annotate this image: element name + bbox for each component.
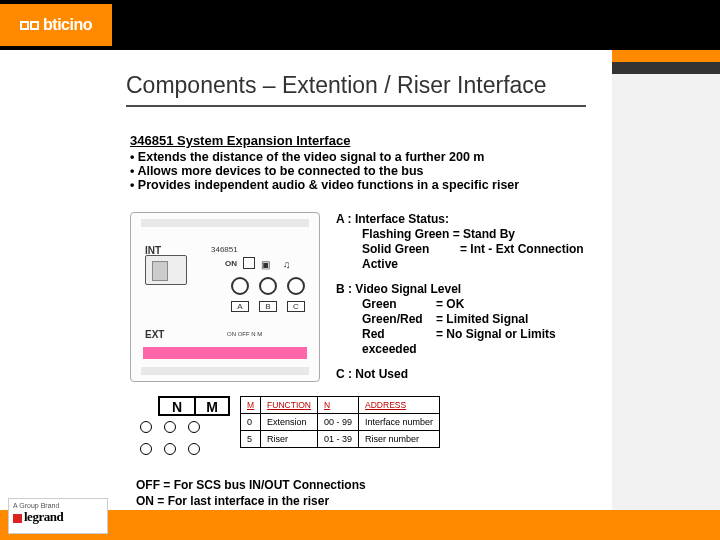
feature-item: Provides independent audio & video funct… — [130, 178, 612, 192]
side-accent-orange — [612, 50, 720, 62]
music-icon: ♫ — [283, 259, 291, 270]
legend-c-prefix: C : — [336, 367, 352, 381]
footer-legrand-text: legrand — [24, 509, 63, 524]
legend-b-l1b: = OK — [436, 297, 464, 311]
led-a-icon — [231, 277, 249, 295]
legend-b-title: Video Signal Level — [355, 282, 461, 296]
footer-brand-box: A Group Brand legrand — [8, 498, 108, 534]
brand-text: bticino — [43, 16, 92, 34]
led-c-icon — [287, 277, 305, 295]
led-a-label: A — [231, 301, 249, 312]
page-title: Components – Extention / Riser Interface — [126, 72, 612, 99]
ext-dip-labels: ON OFF N M — [227, 331, 262, 337]
feature-item: Allows more devices to be connected to t… — [130, 164, 612, 178]
table-header-address: ADDRESS — [359, 397, 440, 414]
brand-badge: bticino — [0, 4, 112, 46]
on-switch-icon — [243, 257, 255, 269]
side-panel — [612, 50, 720, 510]
legend-b-l3a: Red — [362, 327, 436, 342]
table-row: 0 Extension 00 - 99 Interface number — [241, 414, 440, 431]
legend-a-prefix: A : — [336, 212, 352, 226]
port-ext-label: EXT — [145, 329, 164, 340]
table-row: 5 Riser 01 - 39 Riser number — [241, 431, 440, 448]
legend-a-line2a: Solid Green — [362, 242, 460, 257]
header-bar: bticino — [0, 0, 720, 50]
side-accent-dark — [612, 62, 720, 74]
led-c-label: C — [287, 301, 305, 312]
device-model: 346851 — [211, 245, 238, 254]
footnote: OFF = For SCS bus IN/OUT Connections ON … — [136, 478, 612, 509]
footer-bar — [0, 510, 720, 540]
product-heading: 346851 System Expansion Interface — [130, 133, 612, 148]
led-b-label: B — [259, 301, 277, 312]
legend-a-title: Interface Status: — [355, 212, 449, 226]
content-area: Components – Extention / Riser Interface… — [0, 50, 612, 510]
nm-m-header: M — [194, 396, 230, 416]
nm-n-header: N — [158, 396, 194, 416]
nm-configurator-diagram: N M — [134, 396, 230, 460]
on-switch-label: ON — [225, 259, 237, 268]
feature-item: Extends the distance of the video signal… — [130, 150, 612, 164]
footnote-on: ON = For last interface in the riser — [136, 494, 612, 510]
port-int-label: INT — [145, 245, 161, 256]
legend-b-l1a: Green — [362, 297, 436, 312]
led-b-icon — [259, 277, 277, 295]
ext-strip — [143, 347, 307, 359]
brand-logo: bticino — [20, 16, 92, 34]
config-table: M FUNCTION N ADDRESS 0 Extension 00 - 99… — [240, 396, 440, 448]
device-diagram: INT 346851 ON ▣ ♫ A B C EXT ON OFF N M — [130, 212, 320, 382]
legend-b-prefix: B : — [336, 282, 352, 296]
legend-b-l2a: Green/Red — [362, 312, 436, 327]
table-header-m: M — [241, 397, 261, 414]
footnote-off: OFF = For SCS bus IN/OUT Connections — [136, 478, 612, 494]
table-header-n: N — [318, 397, 359, 414]
camera-icon: ▣ — [261, 259, 270, 270]
legrand-square-icon — [13, 514, 22, 523]
legend-a-line1: Flashing Green = Stand By — [362, 227, 612, 242]
legend-c-title: Not Used — [355, 367, 408, 381]
table-header-function: FUNCTION — [261, 397, 318, 414]
int-jack-icon — [145, 255, 187, 285]
feature-list: Extends the distance of the video signal… — [130, 150, 612, 192]
legend-block: A : Interface Status: Flashing Green = S… — [336, 212, 612, 392]
legend-b-l2b: = Limited Signal — [436, 312, 528, 326]
title-rule — [126, 105, 586, 107]
